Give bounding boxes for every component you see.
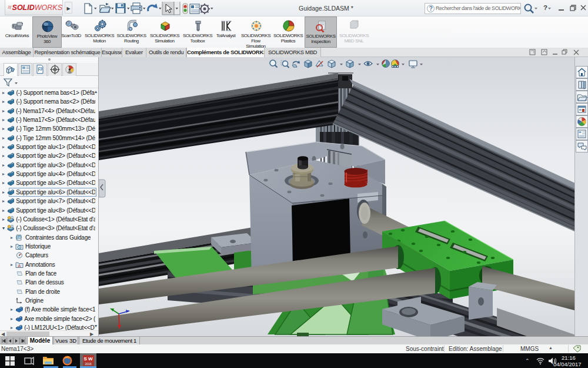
svg-text:A: A: [18, 264, 21, 268]
svg-text:?: ?: [543, 4, 547, 11]
